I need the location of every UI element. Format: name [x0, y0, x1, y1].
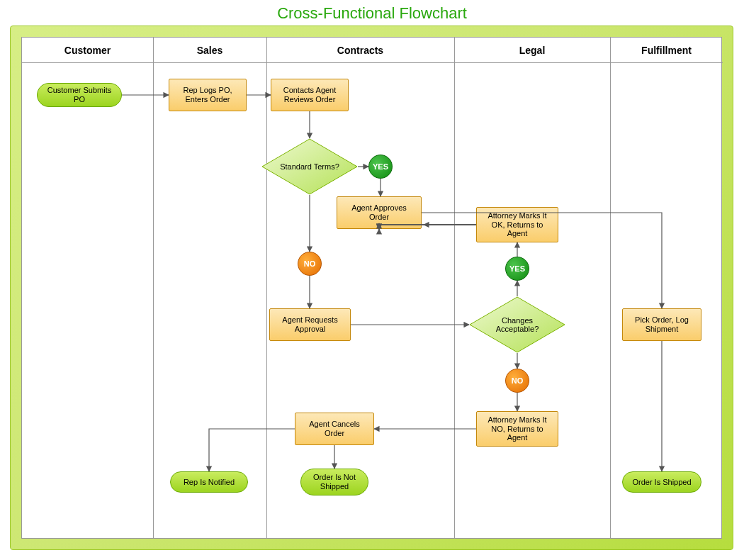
lane-header-fulfillment: Fulfillment: [610, 38, 723, 63]
process-contacts-agent-reviews: Contacts Agent Reviews Order: [271, 79, 349, 111]
process-agent-approves: Agent Approves Order: [337, 196, 422, 229]
terminator-order-not-shipped: Order Is Not Shipped: [300, 469, 368, 495]
lane-divider: [454, 38, 455, 538]
lane-divider: [610, 38, 611, 538]
process-attorney-ok: Attorney Marks It OK, Returns to Agent: [476, 207, 558, 242]
terminator-rep-notified: Rep Is Notified: [170, 471, 248, 493]
decision-label: Changes Acceptable?: [469, 296, 565, 353]
diagram-title: Cross-Functional Flowchart: [0, 4, 744, 23]
connector-yes-1: YES: [368, 155, 393, 179]
process-rep-logs-po: Rep Logs PO, Enters Order: [169, 79, 247, 111]
decision-standard-terms: Standard Terms?: [261, 138, 358, 195]
lane-divider: [266, 38, 267, 538]
terminator-customer-submits-po: Customer Submits PO: [37, 83, 122, 107]
terminator-order-shipped: Order Is Shipped: [622, 471, 701, 493]
lane-header-legal: Legal: [454, 38, 610, 63]
decision-label: Standard Terms?: [261, 138, 358, 195]
lane-divider: [153, 38, 154, 538]
lane-header-contracts: Contracts: [266, 38, 454, 63]
swimlane-panel: Customer Sales Contracts Legal Fulfillme…: [21, 37, 722, 539]
lane-header-customer: Customer: [22, 38, 153, 63]
process-pick-order: Pick Order, Log Shipment: [622, 308, 701, 341]
connector-no-2: NO: [505, 369, 529, 393]
connector-no-1: NO: [298, 252, 322, 276]
process-attorney-no: Attorney Marks It NO, Returns to Agent: [476, 411, 558, 447]
process-agent-requests-approval: Agent Requests Approval: [269, 308, 351, 341]
decision-changes-acceptable: Changes Acceptable?: [469, 296, 565, 353]
lane-header-sales: Sales: [153, 38, 266, 63]
process-agent-cancels: Agent Cancels Order: [295, 413, 374, 445]
connector-yes-2: YES: [505, 257, 529, 281]
